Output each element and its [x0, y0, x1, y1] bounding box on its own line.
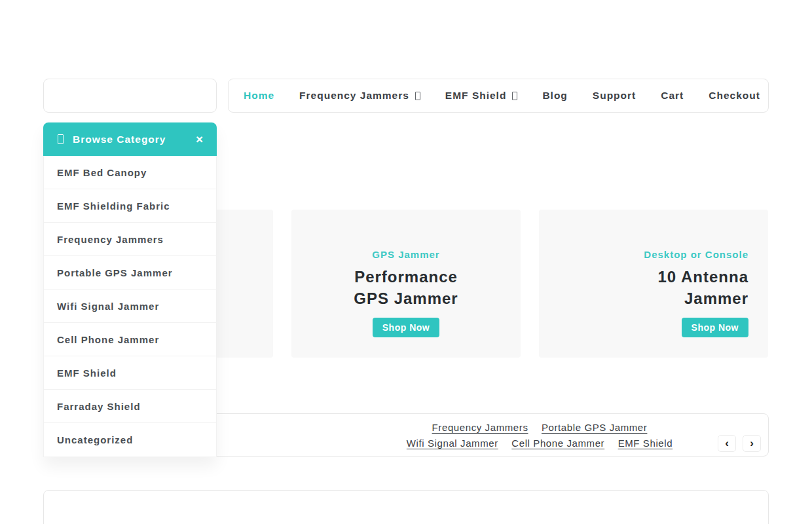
- browse-category-header[interactable]: Browse Category ×: [43, 122, 217, 156]
- link-portable-gps-jammer[interactable]: Portable GPS Jammer: [542, 422, 647, 433]
- slide-subtitle: GPS Jammer: [372, 249, 439, 260]
- nav-item-support[interactable]: Support: [580, 90, 648, 102]
- nav-item-frequency-jammers[interactable]: Frequency Jammers: [287, 90, 433, 102]
- slide-title-line: Jammer: [684, 288, 748, 309]
- browse-category-menu: Browse Category × EMF Bed Canopy EMF Shi…: [43, 122, 217, 457]
- nav-item-emf-shield[interactable]: EMF Shield: [433, 90, 530, 102]
- close-icon[interactable]: ×: [196, 133, 204, 145]
- nav-item-home[interactable]: Home: [231, 90, 287, 102]
- sidebar-top-box: [43, 79, 217, 113]
- category-list: EMF Bed Canopy EMF Shielding Fabric Freq…: [43, 156, 217, 457]
- carousel-slide-10-antenna-jammer: Desktop or Console 10 Antenna Jammer Sho…: [539, 210, 768, 358]
- shop-now-button[interactable]: Shop Now: [373, 318, 439, 337]
- browse-category-title: Browse Category: [73, 134, 166, 145]
- slide-title-line: GPS Jammer: [354, 288, 458, 309]
- category-links: Frequency Jammers Portable GPS Jammer Wi…: [376, 420, 703, 451]
- nav-item-cart[interactable]: Cart: [648, 90, 696, 102]
- link-frequency-jammers[interactable]: Frequency Jammers: [432, 422, 528, 433]
- category-item-emf-bed-canopy[interactable]: EMF Bed Canopy: [44, 156, 216, 189]
- carousel-next-button[interactable]: ›: [743, 435, 761, 452]
- slide-subtitle: Desktop or Console: [644, 249, 748, 260]
- category-item-emf-shield[interactable]: EMF Shield: [44, 356, 216, 390]
- category-item-frequency-jammers[interactable]: Frequency Jammers: [44, 223, 216, 256]
- bottom-content-box: [43, 490, 769, 524]
- main-nav: Home Frequency Jammers EMF Shield Blog S…: [228, 79, 769, 113]
- category-item-portable-gps-jammer[interactable]: Portable GPS Jammer: [44, 256, 216, 290]
- nav-item-checkout[interactable]: Checkout: [696, 90, 773, 102]
- nav-item-blog[interactable]: Blog: [530, 90, 580, 102]
- carousel-slide-gps-jammer: GPS Jammer Performance GPS Jammer Shop N…: [291, 210, 521, 358]
- dropdown-placeholder-icon: [512, 92, 517, 100]
- category-item-wifi-signal-jammer[interactable]: Wifi Signal Jammer: [44, 290, 216, 323]
- carousel-prev-button[interactable]: ‹: [718, 435, 736, 452]
- shop-now-button[interactable]: Shop Now: [682, 318, 748, 337]
- slide-title-line: 10 Antenna: [658, 266, 748, 288]
- slide-title-line: Performance: [354, 266, 458, 288]
- page: Home Frequency Jammers EMF Shield Blog S…: [0, 0, 812, 524]
- nav-item-label: EMF Shield: [445, 90, 507, 102]
- category-item-farraday-shield[interactable]: Farraday Shield: [44, 390, 216, 423]
- carousel-arrows: ‹ ›: [718, 435, 761, 452]
- category-item-emf-shielding-fabric[interactable]: EMF Shielding Fabric: [44, 189, 216, 223]
- link-cell-phone-jammer[interactable]: Cell Phone Jammer: [511, 438, 604, 449]
- nav-item-label: Frequency Jammers: [299, 90, 409, 102]
- category-item-uncategorized[interactable]: Uncategorized: [44, 423, 216, 457]
- dropdown-placeholder-icon: [415, 92, 420, 100]
- link-emf-shield[interactable]: EMF Shield: [618, 438, 673, 449]
- menu-placeholder-icon: [58, 134, 64, 144]
- link-wifi-signal-jammer[interactable]: Wifi Signal Jammer: [407, 438, 498, 449]
- category-item-cell-phone-jammer[interactable]: Cell Phone Jammer: [44, 323, 216, 356]
